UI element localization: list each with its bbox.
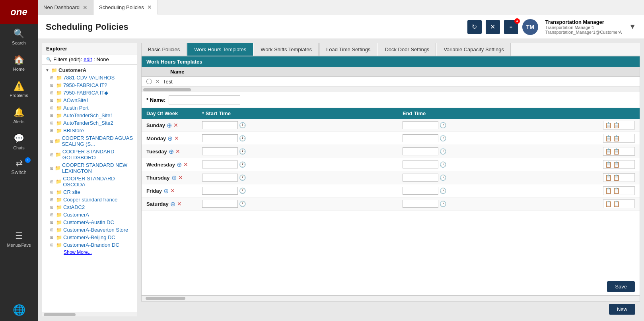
wednesday-end-input[interactable]: [403, 160, 438, 168]
tuesday-copy-icon-2[interactable]: 📋: [613, 148, 620, 155]
tree-item-cooper3[interactable]: ⊞ 📁 COOPER STANDARD NEW LEXINGTON: [42, 161, 137, 175]
saturday-end-input[interactable]: [403, 200, 438, 208]
tree-item-cooper4[interactable]: ⊞ 📁 COOPER STANDARD OSCODA: [42, 175, 137, 188]
tree-item-cstadc2[interactable]: ⊞ 📁 CstADC2: [42, 203, 137, 211]
saturday-remove-icon[interactable]: ✕: [177, 201, 182, 207]
tab-close-neo[interactable]: ✕: [83, 5, 88, 10]
thursday-start-clock-icon[interactable]: 🕐: [239, 174, 246, 181]
sunday-copy-icon-2[interactable]: 📋: [613, 122, 620, 128]
friday-end-clock-icon[interactable]: 🕐: [440, 188, 446, 194]
explorer-h-scrollbar[interactable]: [42, 312, 137, 317]
tree-item-customerA-austin[interactable]: ⊞ 📁 CustomerA-Austin DC: [42, 219, 137, 226]
thursday-remove-icon[interactable]: ✕: [178, 174, 183, 181]
thursday-start-input[interactable]: [202, 174, 238, 182]
monday-copy-icon-1[interactable]: 📋: [605, 135, 612, 141]
sidebar-item-home[interactable]: 🏠 Home: [0, 50, 38, 76]
sunday-end-clock-icon[interactable]: 🕐: [440, 122, 446, 128]
sunday-start-input[interactable]: [202, 121, 238, 129]
sidebar-item-alerts[interactable]: 🔔 Alerts: [0, 102, 38, 129]
tree-item-customerA-brandon[interactable]: ⊞ 📁 CustomerA-Brandon DC: [42, 241, 137, 249]
tab-work-hours-templates[interactable]: Work Hours Templates: [187, 43, 253, 56]
tuesday-start-clock-icon[interactable]: 🕐: [239, 148, 246, 155]
tree-item-austin[interactable]: ⊞ 📁 Austin Port: [42, 104, 137, 112]
wednesday-remove-icon[interactable]: ✕: [183, 161, 188, 168]
save-button[interactable]: Save: [607, 281, 635, 292]
monday-add-icon[interactable]: ⊕: [167, 135, 173, 142]
friday-copy-icon-1[interactable]: 📋: [605, 188, 612, 194]
tab-close-scheduling[interactable]: ✕: [147, 4, 152, 10]
saturday-start-input[interactable]: [202, 200, 238, 208]
sidebar-item-search[interactable]: 🔍 Search: [0, 24, 38, 50]
delete-icon[interactable]: ✕: [155, 78, 160, 85]
template-radio[interactable]: [146, 79, 152, 84]
tuesday-end-input[interactable]: [403, 147, 438, 155]
sunday-copy-icon-1[interactable]: 📋: [605, 122, 612, 128]
wednesday-copy-icon-2[interactable]: 📋: [613, 161, 620, 168]
wednesday-add-icon[interactable]: ⊕: [177, 161, 182, 168]
tree-item-customerA-beijing[interactable]: ⊞ 📁 CustomerA-Beijing DC: [42, 234, 137, 241]
monday-start-input[interactable]: [202, 134, 238, 142]
wednesday-start-input[interactable]: [202, 160, 238, 168]
friday-add-icon[interactable]: ⊕: [163, 187, 169, 195]
tuesday-remove-icon[interactable]: ✕: [175, 148, 180, 155]
saturday-copy-icon-2[interactable]: 📋: [613, 201, 620, 207]
tab-variable-capacity-settings[interactable]: Variable Capacity Settings: [437, 43, 511, 56]
monday-end-input[interactable]: [403, 134, 438, 142]
tab-neo-dashboard[interactable]: Neo Dashboard ✕: [38, 0, 93, 15]
show-more-link[interactable]: Show More...: [52, 249, 92, 255]
sidebar-item-switch[interactable]: ⇄ 1 Switch: [0, 155, 38, 178]
refresh-button[interactable]: ↻: [467, 20, 482, 34]
wednesday-copy-icon-1[interactable]: 📋: [605, 161, 612, 168]
tree-item-showmore[interactable]: Show More...: [42, 249, 137, 256]
tree-item-cooper1[interactable]: ⊞ 📁 COOPER STANDARD AGUAS SEALING (S...: [42, 134, 137, 148]
thursday-add-icon[interactable]: ⊕: [171, 174, 177, 182]
tree-item-autotender1[interactable]: ⊞ 📁 AutoTenderSch_Site1: [42, 112, 137, 119]
friday-start-input[interactable]: [202, 187, 238, 195]
thursday-copy-icon-2[interactable]: 📋: [613, 174, 620, 181]
new-button[interactable]: New: [609, 304, 635, 315]
sunday-add-icon[interactable]: ⊕: [167, 122, 172, 129]
close-button[interactable]: ✕: [486, 20, 500, 34]
tab-load-time-settings[interactable]: Load Time Settings: [319, 43, 377, 56]
tab-work-shifts-templates[interactable]: Work Shifts Templates: [254, 43, 319, 56]
saturday-add-icon[interactable]: ⊕: [170, 200, 175, 208]
tree-item-customerA-beaver[interactable]: ⊞ 📁 CustomerA-Beaverton Store: [42, 226, 137, 234]
tuesday-copy-icon-1[interactable]: 📋: [605, 148, 612, 155]
tab-basic-policies[interactable]: Basic Policies: [141, 43, 187, 56]
sunday-remove-icon[interactable]: ✕: [173, 122, 178, 128]
thursday-copy-icon-1[interactable]: 📋: [605, 174, 612, 181]
monday-end-clock-icon[interactable]: 🕐: [440, 135, 446, 141]
tuesday-add-icon[interactable]: ⊕: [169, 148, 174, 155]
friday-copy-icon-2[interactable]: 📋: [613, 188, 620, 194]
tree-item-7881[interactable]: ⊞ 📁 7881-CDV VALINHOS: [42, 74, 137, 81]
wednesday-start-clock-icon[interactable]: 🕐: [239, 161, 246, 168]
sidebar-item-user-avatar-bottom[interactable]: 🌐: [0, 299, 38, 321]
tree-item-customerA-root[interactable]: ▼ 📁 CustomerA: [42, 66, 137, 74]
sunday-end-input[interactable]: [403, 121, 438, 129]
tuesday-end-clock-icon[interactable]: 🕐: [440, 148, 446, 155]
name-input[interactable]: [169, 95, 240, 104]
tree-item-7950it[interactable]: ⊞ 📁 7950-FABRICA IT?: [42, 81, 137, 89]
tree-item-crsite[interactable]: ⊞ 📁 CR site: [42, 188, 137, 196]
tab-scheduling-policies[interactable]: Scheduling Policies ✕: [93, 0, 158, 15]
monday-copy-icon-2[interactable]: 📋: [613, 135, 620, 141]
saturday-copy-icon-1[interactable]: 📋: [605, 201, 612, 207]
sidebar-item-chats[interactable]: 💬 Chats: [0, 129, 38, 155]
friday-start-clock-icon[interactable]: 🕐: [239, 188, 246, 194]
template-h-scrollbar[interactable]: [142, 87, 640, 92]
page-h-scrollbar[interactable]: [141, 296, 640, 301]
thursday-end-input[interactable]: [403, 174, 438, 182]
sunday-start-clock-icon[interactable]: 🕐: [239, 122, 246, 128]
tree-item-bbistore[interactable]: ⊞ 📁 BBIStore: [42, 127, 137, 134]
tuesday-start-input[interactable]: [202, 147, 238, 155]
sidebar-item-problems[interactable]: ⚠️ Problems: [0, 76, 38, 102]
monday-remove-icon[interactable]: ✕: [174, 135, 179, 141]
app-logo[interactable]: one: [0, 0, 38, 24]
tree-item-7950itd[interactable]: ⊞ 📁 7950-FABRICA IT◆: [42, 89, 137, 97]
friday-remove-icon[interactable]: ✕: [170, 188, 175, 194]
user-dropdown-arrow[interactable]: ▼: [629, 23, 636, 31]
sidebar-item-menus[interactable]: ☰ Menus/Favs: [0, 226, 38, 251]
menu-button[interactable]: ≡ ★: [504, 20, 518, 34]
thursday-end-clock-icon[interactable]: 🕐: [440, 174, 446, 181]
filters-edit-link[interactable]: edit: [84, 56, 92, 62]
